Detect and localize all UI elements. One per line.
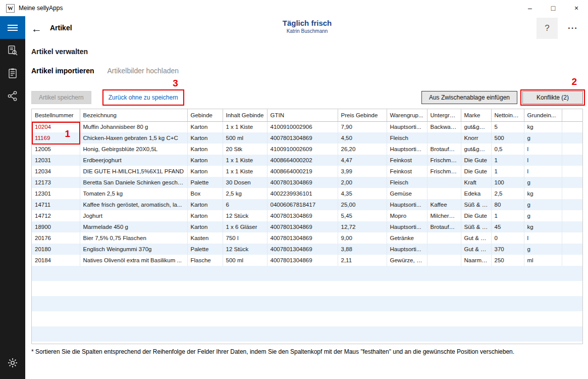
cell: 12034 (32, 166, 80, 177)
table-row[interactable]: 12031ErdbeerjoghurtKarton1 x 1 Kiste4008… (32, 155, 582, 166)
table-row[interactable]: 12173Beretta San Daniele Schinken geschn… (32, 177, 582, 188)
cell: 1 x 1 Kiste (223, 121, 267, 132)
close-button[interactable]: × (565, 0, 588, 16)
cell: 0,5 (491, 144, 524, 155)
cell: 1 x 1 Kiste (223, 166, 267, 177)
cell: l (524, 166, 562, 177)
sidebar-item-share[interactable] (0, 84, 25, 107)
table-row[interactable]: 10204Muffin Johannisbeer 80 gKarton1 x 1… (32, 121, 582, 132)
cell: Chicken-Haxen gebraten 1,5 kg C+C (80, 132, 187, 144)
sidebar-item-articles[interactable] (0, 62, 25, 84)
table-header-row: BestellnummerBezeichnungGebindeInhalt Ge… (32, 109, 582, 121)
column-header[interactable]: Inhalt Gebinde (223, 109, 267, 121)
table-row[interactable]: 12034DIE GUTE H-MILCH1,5%6X1L PFANDKarto… (32, 166, 582, 177)
sorting-hint: * Sortieren Sie die Spalten entsprechend… (31, 348, 583, 355)
cell: Karton (187, 210, 223, 221)
cell: Hauptsorti... (387, 199, 427, 210)
table-row[interactable]: 18900Marmelade 450 gKarton1 x 6 Gläser40… (32, 221, 582, 232)
table-row[interactable]: 12301Tomaten 2,5 kgBox2,5 kg400223993610… (32, 188, 582, 199)
back-without-saving-button[interactable]: Zurück ohne zu speichern (104, 91, 182, 104)
cell (427, 188, 461, 199)
cell: Karton (187, 199, 223, 210)
table-row[interactable]: 14712JoghurtKarton12 Stück40078013048695… (32, 210, 582, 221)
table-row[interactable]: 14711Kaffee frisch geröstet, aromatisch,… (32, 199, 582, 210)
search-documents-icon (7, 45, 18, 56)
cell-filler (562, 188, 582, 199)
cell: 4007801304869 (267, 232, 338, 244)
cell: g (524, 199, 562, 210)
back-button[interactable]: ← (31, 23, 42, 34)
cell: l (524, 232, 562, 244)
cell: 1 (491, 210, 524, 221)
maximize-button[interactable]: □ (542, 0, 565, 16)
cell: 4002239936101 (267, 188, 338, 199)
cell (427, 255, 461, 266)
cell: Hauptsorti... (387, 244, 427, 255)
cell: Box (187, 188, 223, 199)
hamburger-menu-button[interactable] (0, 16, 25, 39)
column-header[interactable]: Untergrup... (427, 109, 461, 121)
more-button[interactable]: ··· (568, 23, 582, 33)
toolbar-right: Aus Zwischenablage einfügen Konflikte (2… (421, 91, 583, 104)
cell: 11169 (32, 132, 80, 144)
cell: 14711 (32, 199, 80, 210)
cell: 1 (491, 155, 524, 166)
window-title: Meine sellyApps (19, 5, 63, 12)
cell: 4007801304869 (267, 132, 338, 144)
column-header[interactable]: Warengrup... (387, 109, 427, 121)
cell: g (524, 177, 562, 188)
cell: Knorr (461, 132, 491, 144)
column-header[interactable]: Bezeichnung (80, 109, 187, 121)
cell: 9,00 (338, 232, 387, 244)
table-row[interactable]: 11169Chicken-Haxen gebraten 1,5 kg C+CKa… (32, 132, 582, 144)
cell: 12005 (32, 144, 80, 155)
table-row[interactable]: 20184Natives Olivenöl extra mit Basiliku… (32, 255, 582, 266)
column-header[interactable]: Nettoinhalt (491, 109, 524, 121)
column-header[interactable]: Gebinde (187, 109, 223, 121)
cell-filler (562, 199, 582, 210)
cell: 2,5 kg (223, 188, 267, 199)
cell: kg (524, 188, 562, 199)
tab-artikel-importieren[interactable]: Artikel importieren (31, 67, 94, 75)
cell: 20 Stk (223, 144, 267, 155)
cell-filler (562, 232, 582, 244)
column-header[interactable]: Grundein... (524, 109, 562, 121)
shop-name: Täglich frisch (283, 19, 332, 27)
cell: Hauptsorti... (387, 144, 427, 155)
cell: 5 (491, 121, 524, 132)
sidebar-item-search[interactable] (0, 39, 25, 62)
cell: Englisch Weingummi 370g (80, 244, 187, 255)
cell: Feinkost (387, 166, 427, 177)
cell: ml (524, 255, 562, 266)
save-articles-button[interactable]: Artikel speichern (31, 91, 91, 104)
settings-button[interactable] (0, 351, 25, 374)
table-row[interactable]: 20180Englisch Weingummi 370gPalette12 St… (32, 244, 582, 255)
cell: Bier 7,5% 0,75 Flaschen (80, 232, 187, 244)
paste-from-clipboard-button[interactable]: Aus Zwischenablage einfügen (421, 91, 517, 104)
toolbar: Artikel speichern Zurück ohne zu speiche… (31, 91, 583, 104)
column-header[interactable]: Bestellnummer (32, 109, 80, 121)
cell: 2,00 (338, 177, 387, 188)
minimize-button[interactable]: – (518, 0, 542, 16)
cell: 18900 (32, 221, 80, 232)
cell: 12 Stück (223, 210, 267, 221)
table-row[interactable]: 12005Honig, Gebirgsblüte 20X0,5LKarton20… (32, 144, 582, 155)
cell: 1 x 6 Gläser (223, 221, 267, 232)
column-header[interactable]: GTIN (267, 109, 338, 121)
cell: Mopro (387, 210, 427, 221)
cell: Karton (187, 121, 223, 132)
cell: Gut & Gü... (461, 232, 491, 244)
table-row[interactable]: 20176Bier 7,5% 0,75 FlaschenKasten750 l4… (32, 232, 582, 244)
cell: Karton (187, 144, 223, 155)
column-header[interactable]: Marke (461, 109, 491, 121)
tab-artikelbilder-hochladen[interactable]: Artikelbilder hochladen (107, 67, 179, 75)
cell: 0 (491, 232, 524, 244)
conflicts-button[interactable]: Konflikte (2) (522, 91, 583, 104)
annotation-label-2: 2 (571, 77, 577, 86)
cell: 30 Dosen (223, 177, 267, 188)
cell: Süß & Fr... (461, 221, 491, 232)
menu-icon (8, 24, 18, 31)
help-button[interactable]: ? (537, 18, 558, 39)
column-header[interactable]: Preis Gebinde (338, 109, 387, 121)
cell: gut&gün... (461, 121, 491, 132)
